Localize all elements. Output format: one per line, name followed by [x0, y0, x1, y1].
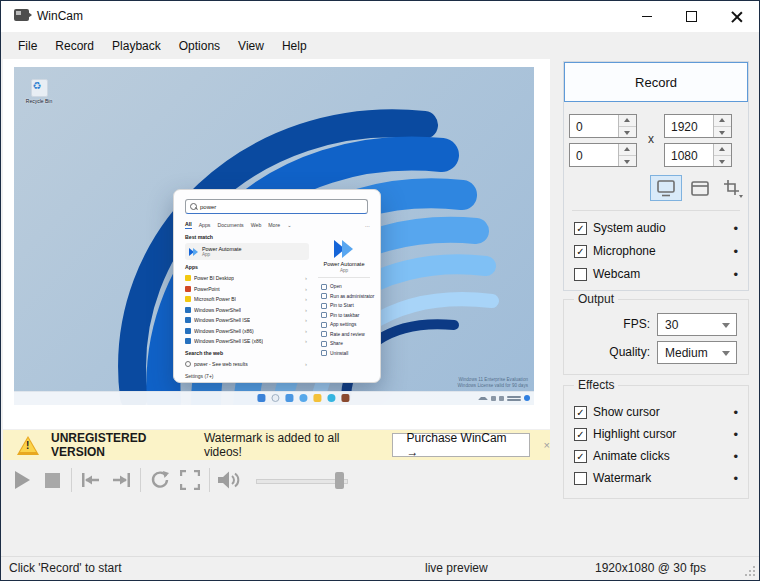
clock-date[interactable]: [507, 394, 521, 402]
watermark-options-dot[interactable]: •: [733, 471, 738, 486]
spin-down-icon[interactable]: [619, 155, 636, 167]
region-height-input[interactable]: 1080: [664, 143, 732, 167]
action-share[interactable]: Share: [316, 339, 372, 349]
skip-to-start-button[interactable]: [76, 467, 106, 493]
highlight-cursor-checkbox[interactable]: ✓: [574, 428, 587, 441]
spin-down-icon[interactable]: [714, 126, 731, 138]
start-search-input[interactable]: power: [185, 199, 368, 214]
watermark-checkbox[interactable]: [574, 472, 587, 485]
spin-down-icon[interactable]: [714, 155, 731, 167]
watermark-row[interactable]: Watermark •: [574, 470, 740, 486]
volume-slider[interactable]: [256, 467, 348, 493]
loop-button[interactable]: [145, 467, 175, 493]
menu-help[interactable]: Help: [273, 35, 316, 57]
app-result-row[interactable]: Power BI Desktop›: [185, 273, 309, 284]
quality-dropdown[interactable]: Medium: [657, 341, 737, 364]
app-result-row[interactable]: Windows PowerShell›: [185, 305, 309, 316]
region-y-input[interactable]: 0: [569, 143, 637, 167]
spinner-buttons[interactable]: [713, 144, 731, 166]
volume-icon[interactable]: [499, 396, 504, 401]
menu-file[interactable]: File: [9, 35, 46, 57]
copilot-icon[interactable]: [299, 394, 307, 402]
capture-region-button[interactable]: [718, 175, 750, 201]
network-icon[interactable]: [491, 396, 496, 401]
stop-button[interactable]: [37, 467, 67, 493]
maximize-button[interactable]: [669, 1, 714, 32]
resize-grip[interactable]: [744, 565, 756, 577]
microphone-checkbox[interactable]: ✓: [574, 245, 587, 258]
action-app-settings[interactable]: App settings: [316, 320, 372, 330]
app-result-row[interactable]: PowerPoint›: [185, 284, 309, 295]
tray-chevron-icon[interactable]: [478, 397, 488, 400]
taskbar-search-icon[interactable]: [271, 394, 279, 402]
webcam-options-dot[interactable]: •: [733, 267, 738, 282]
tab-all[interactable]: All: [185, 221, 192, 229]
warning-close-icon[interactable]: ×: [544, 439, 550, 451]
notification-badge[interactable]: [524, 395, 530, 401]
record-button[interactable]: Record: [564, 62, 748, 102]
action-pin-start[interactable]: Pin to Start: [316, 301, 372, 311]
best-match-item[interactable]: Power Automate App: [185, 243, 309, 260]
app-result-row[interactable]: Windows PowerShell ISE›: [185, 315, 309, 326]
task-view-icon[interactable]: [285, 394, 293, 402]
app-result-row[interactable]: Windows PowerShell (x86)›: [185, 326, 309, 337]
action-pin-taskbar[interactable]: Pin to taskbar: [316, 311, 372, 321]
animate-clicks-row[interactable]: ✓ Animate clicks •: [574, 448, 740, 464]
highlight-cursor-row[interactable]: ✓ Highlight cursor •: [574, 426, 740, 442]
show-cursor-options-dot[interactable]: •: [733, 405, 738, 420]
animate-clicks-checkbox[interactable]: ✓: [574, 450, 587, 463]
menu-options[interactable]: Options: [170, 35, 229, 57]
action-uninstall[interactable]: Uninstall: [316, 349, 372, 359]
menu-record[interactable]: Record: [46, 35, 103, 57]
app-result-row[interactable]: Windows PowerShell ISE (x86)›: [185, 336, 309, 347]
spin-up-icon[interactable]: [714, 115, 731, 126]
system-audio-row[interactable]: ✓ System audio •: [574, 220, 740, 236]
microphone-options-dot[interactable]: •: [733, 244, 738, 259]
tab-documents[interactable]: Documents: [217, 222, 243, 228]
highlight-cursor-options-dot[interactable]: •: [733, 427, 738, 442]
spin-down-icon[interactable]: [619, 126, 636, 138]
menu-playback[interactable]: Playback: [103, 35, 170, 57]
play-button[interactable]: [7, 467, 37, 493]
capture-fullscreen-button[interactable]: [650, 175, 682, 201]
purchase-button[interactable]: Purchase WinCam →: [392, 433, 530, 457]
fps-dropdown[interactable]: 30: [657, 313, 737, 336]
search-options-icon[interactable]: …: [365, 222, 370, 228]
app-result-row[interactable]: Microsoft Power BI›: [185, 294, 309, 305]
action-rate-review[interactable]: Rate and review: [316, 330, 372, 340]
animate-clicks-options-dot[interactable]: •: [733, 449, 738, 464]
fullscreen-button[interactable]: [175, 467, 205, 493]
system-audio-options-dot[interactable]: •: [733, 221, 738, 236]
tab-web[interactable]: Web: [251, 222, 262, 228]
region-x-input[interactable]: 0: [569, 114, 637, 138]
action-run-as-admin[interactable]: Run as administrator: [316, 292, 372, 302]
volume-thumb[interactable]: [335, 472, 344, 489]
capture-window-button[interactable]: [684, 175, 716, 201]
webcam-row[interactable]: Webcam •: [574, 266, 740, 282]
menu-view[interactable]: View: [229, 35, 273, 57]
store-icon[interactable]: [341, 394, 349, 402]
system-tray[interactable]: [478, 394, 530, 402]
tab-apps[interactable]: Apps: [199, 222, 211, 228]
show-cursor-checkbox[interactable]: ✓: [574, 406, 587, 419]
show-cursor-row[interactable]: ✓ Show cursor •: [574, 404, 740, 420]
close-button[interactable]: [714, 1, 759, 32]
webcam-checkbox[interactable]: [574, 268, 587, 281]
web-result-row[interactable]: power - See web results›: [185, 359, 309, 370]
tab-more[interactable]: More: [268, 222, 280, 228]
spin-up-icon[interactable]: [619, 115, 636, 126]
region-width-input[interactable]: 1920: [664, 114, 732, 138]
microphone-row[interactable]: ✓ Microphone •: [574, 243, 740, 259]
file-explorer-icon[interactable]: [313, 394, 321, 402]
settings-footer[interactable]: Settings (7+): [185, 373, 309, 379]
spin-up-icon[interactable]: [619, 144, 636, 155]
system-audio-checkbox[interactable]: ✓: [574, 222, 587, 235]
spin-up-icon[interactable]: [714, 144, 731, 155]
spinner-buttons[interactable]: [618, 115, 636, 137]
recycle-bin-shortcut[interactable]: Recycle Bin: [22, 79, 56, 104]
minimize-button[interactable]: [624, 1, 669, 32]
start-icon[interactable]: [257, 394, 265, 402]
spinner-buttons[interactable]: [618, 144, 636, 166]
skip-to-end-button[interactable]: [106, 467, 136, 493]
spinner-buttons[interactable]: [713, 115, 731, 137]
